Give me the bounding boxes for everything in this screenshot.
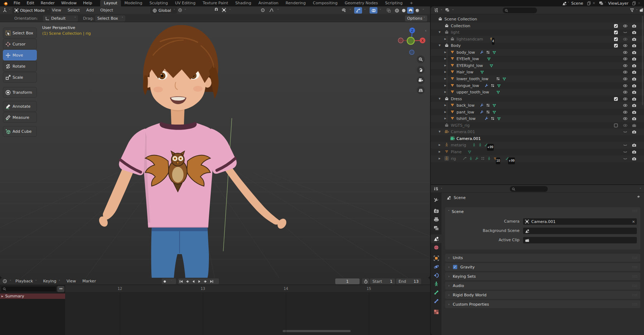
eye-eye-icon[interactable]	[623, 83, 629, 88]
drag-handle-icon[interactable]: ::::	[632, 209, 638, 213]
collapse-icon[interactable]: ▼	[439, 42, 440, 49]
checkbox-check-icon[interactable]	[614, 24, 619, 28]
viewport-canvas[interactable]: User Perspective (1) Scene Collection | …	[0, 22, 430, 278]
expand-icon[interactable]: ▶	[439, 155, 440, 162]
timeline-menu-marker[interactable]: Marker	[79, 278, 99, 284]
drag-handle-icon[interactable]: ::::	[632, 303, 638, 306]
menu-edit[interactable]: Edit	[23, 0, 37, 6]
next-keyframe-button[interactable]	[203, 278, 209, 284]
viewport-menu-select[interactable]: Select	[64, 6, 83, 13]
camera-cam-icon[interactable]	[632, 156, 638, 161]
eye-eye-icon[interactable]	[623, 77, 629, 81]
properties-tab-constraints[interactable]	[431, 271, 441, 280]
expand-icon[interactable]: ▶	[444, 89, 446, 96]
jump-to-end-button[interactable]	[209, 278, 215, 284]
outliner-row-scene collection[interactable]: Scene Collection	[431, 16, 644, 23]
outliner-row-dress[interactable]: ▼Dress	[431, 96, 644, 102]
eye-eye-icon[interactable]	[623, 43, 629, 48]
outliner-row-camera-001[interactable]: Camera.001	[431, 135, 644, 142]
timeline-ruler[interactable]: 12131415	[65, 285, 430, 293]
expand-icon[interactable]: ▶	[444, 115, 446, 122]
camera-cam-icon[interactable]	[632, 110, 638, 115]
eye-eye-closed-icon[interactable]	[623, 143, 629, 147]
outliner-row-tshirt_low[interactable]: ▶tshirt_low	[431, 115, 644, 122]
tool-transform-button[interactable]: Transform	[3, 87, 37, 98]
eye-eye-dim-icon[interactable]	[623, 37, 629, 42]
zoom-view-icon[interactable]	[417, 55, 425, 63]
new-viewlayer-icon[interactable]	[632, 1, 636, 5]
camera-field[interactable]: Camera.001 ✕	[523, 218, 637, 225]
display-mode-icon[interactable]	[445, 8, 450, 13]
expand-icon[interactable]: ▶	[439, 142, 440, 149]
panel-keying-sets[interactable]: ›Keying Sets::::	[445, 272, 640, 280]
workspace-tab-geometry-nodes[interactable]: Geometry Nodes	[341, 0, 381, 6]
viewlayer-selector[interactable]: ˅ ViewLayer ✕	[599, 0, 640, 6]
drag-dropdown[interactable]: Select Box ˅	[95, 15, 125, 21]
camera-cam-icon[interactable]	[632, 143, 638, 147]
workspace-tab-scripting[interactable]: Scripting	[381, 0, 406, 6]
outliner-row-lower_tooth_low[interactable]: ▶lower_tooth_low	[431, 76, 644, 82]
outliner-row-metarig[interactable]: ▶metarig+99	[431, 142, 644, 149]
collapse-icon[interactable]: ▼	[439, 29, 440, 36]
end-frame-field[interactable]: End 13	[396, 278, 421, 284]
drag-handle-icon[interactable]: ::::	[632, 275, 638, 278]
properties-tab-texture[interactable]	[431, 307, 441, 316]
tool-select-box-button[interactable]: Select Box	[3, 28, 37, 38]
camera-cam-icon[interactable]	[632, 57, 638, 61]
drag-handle-icon[interactable]: ::::	[632, 256, 638, 259]
show-gizmo-icon[interactable]	[354, 7, 362, 14]
snap-magnet-icon[interactable]	[214, 8, 219, 13]
clear-icon[interactable]: ✕	[632, 220, 635, 224]
prev-keyframe-button[interactable]	[184, 278, 190, 284]
collapse-icon[interactable]: ▼	[439, 128, 440, 135]
outliner-scrollbar[interactable]	[642, 16, 643, 105]
menu-help[interactable]: Help	[80, 0, 95, 6]
eye-eye-icon[interactable]	[623, 116, 629, 121]
tool-rotate-button[interactable]: Rotate	[3, 61, 37, 72]
menu-file[interactable]: File	[10, 0, 23, 6]
camera-cam-icon[interactable]	[632, 97, 638, 101]
eye-eye-icon[interactable]	[623, 63, 629, 68]
outliner-row-wgts_rig[interactable]: WGTS_rig	[431, 122, 644, 129]
camera-cam-icon[interactable]	[632, 77, 638, 81]
checkbox-check-icon[interactable]	[614, 97, 619, 101]
properties-editor-icon[interactable]	[434, 186, 438, 191]
outliner-search-input[interactable]	[503, 8, 537, 13]
outliner-row-hair_low[interactable]: ▶Hair_low	[431, 69, 644, 76]
eye-eye-icon[interactable]	[623, 97, 629, 101]
menu-render[interactable]: Render	[38, 0, 58, 6]
checkbox-check-empty-icon[interactable]	[614, 123, 619, 128]
panel-rigid-body-world[interactable]: ›Rigid Body World::::	[445, 291, 640, 299]
play-button[interactable]	[196, 278, 203, 284]
camera-cam-icon[interactable]	[632, 150, 638, 154]
tool-add-cube-button[interactable]: Add Cube	[3, 126, 37, 137]
pin-icon[interactable]	[636, 195, 640, 200]
outliner-row-body[interactable]: ▼Body	[431, 42, 644, 49]
workspace-tab-modeling[interactable]: Modeling	[121, 0, 146, 6]
outliner-editor-icon[interactable]	[434, 8, 438, 13]
workspace-tab-+[interactable]: +	[406, 0, 416, 6]
expand-icon[interactable]: ▶	[444, 49, 446, 56]
properties-tab-tool[interactable]	[431, 196, 441, 204]
camera-cam-icon[interactable]	[632, 63, 638, 68]
expand-icon[interactable]: ▶	[444, 69, 446, 76]
show-overlays-icon[interactable]	[370, 7, 377, 14]
eye-eye-closed-icon[interactable]	[623, 156, 629, 161]
properties-tab-physics[interactable]	[431, 262, 441, 271]
timeline-menu-view[interactable]: View	[63, 278, 79, 284]
workspace-tab-layout[interactable]: Layout	[100, 0, 121, 6]
camera-cam-icon[interactable]	[632, 30, 638, 35]
outliner-row-camera-001[interactable]: ▼Camera.001	[431, 128, 644, 135]
eye-eye-icon[interactable]	[623, 103, 629, 108]
jump-to-start-button[interactable]	[178, 278, 184, 284]
outliner-row-collection[interactable]: Collection	[431, 23, 644, 29]
outliner-row-lightsandcam[interactable]: ▶lightsandcam4	[431, 36, 644, 43]
camera-cam-icon[interactable]	[632, 50, 638, 55]
close-viewlayer-icon[interactable]: ✕	[638, 1, 640, 5]
properties-tab-object-data[interactable]	[431, 280, 441, 288]
outliner-row-back_low[interactable]: ▶back_low	[431, 102, 644, 109]
collapse-icon[interactable]: ▼	[439, 96, 440, 102]
play-reverse-button[interactable]	[190, 278, 196, 284]
properties-tab-view-layer[interactable]	[431, 224, 441, 232]
close-scene-icon[interactable]: ✕	[592, 1, 595, 5]
